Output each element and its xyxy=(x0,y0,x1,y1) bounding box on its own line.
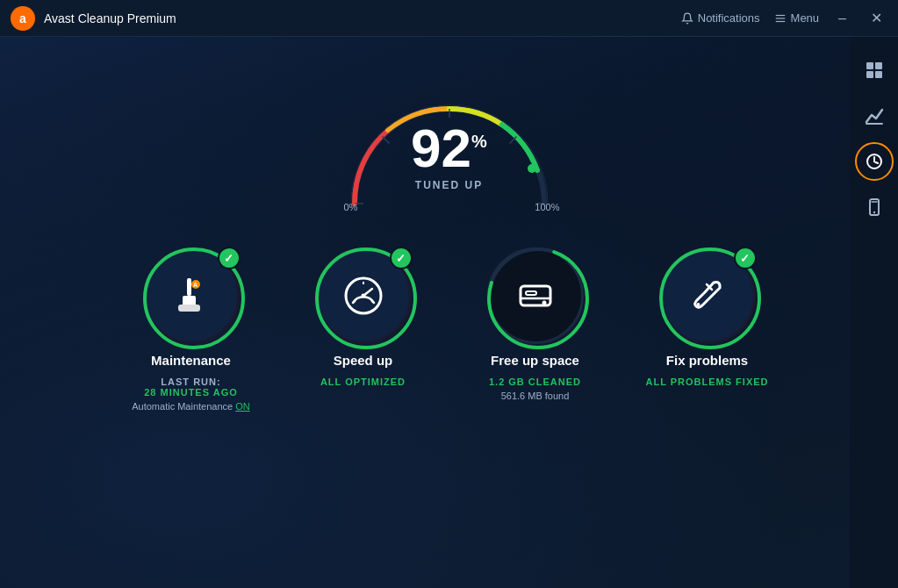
content-area: 92% TUNED UP 0% 100% ✓ xyxy=(0,37,898,588)
sidebar-item-stats[interactable] xyxy=(855,97,894,135)
grid-icon xyxy=(865,61,884,80)
titlebar: a Avast Cleanup Premium Notifications Me… xyxy=(0,0,898,37)
maintenance-circle[interactable]: ✓ A xyxy=(143,247,240,344)
maintenance-check-icon: ✓ xyxy=(218,247,241,269)
gauge-indicator xyxy=(528,164,536,173)
gauge-svg xyxy=(327,63,572,221)
fixproblems-name: Fix problems xyxy=(666,353,748,368)
maintenance-link[interactable]: ON xyxy=(235,401,250,412)
sidebar-item-history[interactable] xyxy=(855,142,894,181)
fixproblems-check-icon: ✓ xyxy=(734,247,757,269)
side-panel xyxy=(850,37,898,588)
main-area: 92% TUNED UP 0% 100% ✓ xyxy=(0,37,898,588)
freespace-circle[interactable] xyxy=(487,247,584,344)
speedup-circle[interactable]: ✓ xyxy=(315,247,412,344)
maintenance-status: LAST RUN: 28 MINUTES AGO xyxy=(144,376,238,398)
svg-rect-32 xyxy=(866,62,873,69)
freespace-sub: 561.6 MB found xyxy=(501,391,570,401)
freespace-name: Free up space xyxy=(491,353,579,368)
history-icon xyxy=(865,152,884,171)
freespace-status: 1.2 GB CLEANED xyxy=(489,376,581,387)
sidebar-item-dashboard[interactable] xyxy=(855,51,894,90)
svg-rect-35 xyxy=(875,71,882,78)
svg-line-9 xyxy=(509,137,516,144)
feature-card-freespace: Free up space 1.2 GB CLEANED 561.6 MB fo… xyxy=(465,247,606,401)
feature-card-speedup: ✓ Speed up ALL OPTIMIZED xyxy=(293,247,434,387)
titlebar-right: Notifications Menu – ✕ xyxy=(681,8,887,28)
bell-icon xyxy=(681,12,693,25)
speedup-check-icon: ✓ xyxy=(390,247,413,269)
svg-line-8 xyxy=(382,137,389,144)
freespace-ring-icon xyxy=(485,246,591,351)
menu-button[interactable]: Menu xyxy=(774,11,820,25)
fixproblems-status: ALL PROBLEMS FIXED xyxy=(645,376,768,387)
sidebar-item-mobile[interactable] xyxy=(855,188,894,226)
svg-point-39 xyxy=(873,212,874,213)
chart-icon xyxy=(865,106,884,125)
features-section: ✓ A Maintenance LAST RUN: 28 MINUTES AGO xyxy=(121,247,778,412)
gauge-max-label: 100% xyxy=(535,202,559,212)
feature-card-maintenance: ✓ A Maintenance LAST RUN: 28 MINUTES AGO xyxy=(121,247,262,412)
feature-card-fixproblems: ✓ Fix problems ALL PROBLEMS FIXED xyxy=(637,247,778,387)
svg-rect-34 xyxy=(866,71,873,78)
speedup-name: Speed up xyxy=(334,353,393,368)
svg-rect-33 xyxy=(875,62,882,69)
titlebar-left: a Avast Cleanup Premium xyxy=(11,6,176,31)
menu-icon xyxy=(774,12,787,25)
app-title: Avast Cleanup Premium xyxy=(44,11,176,25)
speedup-status: ALL OPTIMIZED xyxy=(320,376,406,387)
fixproblems-circle[interactable]: ✓ xyxy=(659,247,756,344)
notifications-button[interactable]: Notifications xyxy=(681,11,760,25)
close-button[interactable]: ✕ xyxy=(866,8,887,28)
avast-logo-icon: a xyxy=(11,6,35,31)
maintenance-name: Maintenance xyxy=(151,353,231,368)
minimize-button[interactable]: – xyxy=(833,9,851,28)
gauge-min-label: 0% xyxy=(344,202,358,212)
gauge-container: 92% TUNED UP 0% 100% xyxy=(327,63,572,221)
svg-text:a: a xyxy=(19,11,26,25)
mobile-icon xyxy=(865,197,884,217)
maintenance-sub: Automatic Maintenance ON xyxy=(132,401,250,412)
